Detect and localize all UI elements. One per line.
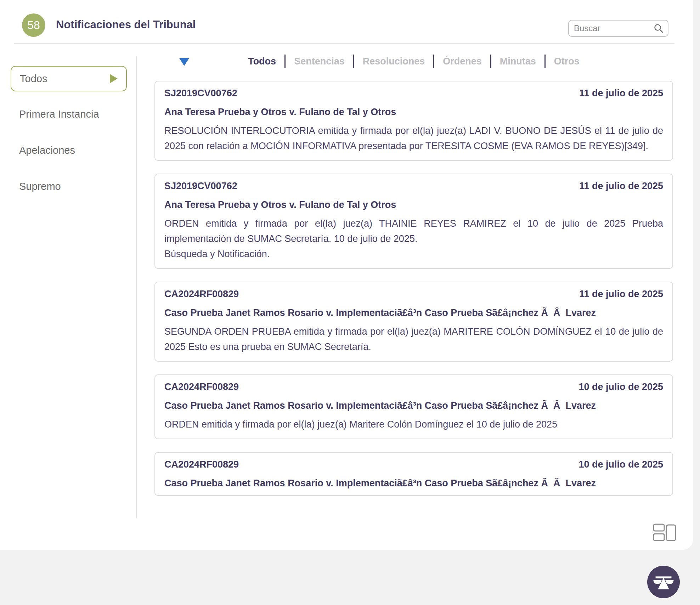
- card-header: SJ2019CV00762 11 de julio de 2025: [164, 181, 663, 192]
- notification-text: RESOLUCIÓN INTERLOCUTORIA emitida y firm…: [164, 123, 663, 154]
- tab-minutas[interactable]: Minutas: [500, 56, 536, 67]
- notification-card[interactable]: SJ2019CV00762 11 de julio de 2025 Ana Te…: [154, 81, 673, 161]
- search-input[interactable]: [573, 23, 654, 34]
- tab-sentencias[interactable]: Sentencias: [294, 56, 345, 67]
- case-title: Caso Prueba Janet Ramos Rosario v. Imple…: [164, 400, 663, 411]
- sidebar-item-apelaciones[interactable]: Apelaciones: [19, 145, 75, 156]
- main-content: Todos Sentencias Resoluciones Órdenes Mi…: [154, 50, 673, 518]
- tab-separator: [353, 55, 354, 68]
- case-number: SJ2019CV00762: [164, 88, 237, 99]
- sidebar-item-supremo[interactable]: Supremo: [19, 181, 61, 192]
- app-window: 58 Notificaciones del Tribunal Todos Pri…: [0, 0, 700, 605]
- notification-card[interactable]: CA2024RF00829 11 de julio de 2025 Caso P…: [154, 282, 673, 362]
- tab-todos[interactable]: Todos: [248, 56, 276, 67]
- notification-card[interactable]: CA2024RF00829 10 de julio de 2025 Caso P…: [154, 374, 673, 439]
- notification-card[interactable]: SJ2019CV00762 11 de julio de 2025 Ana Te…: [154, 174, 673, 269]
- notification-card[interactable]: CA2024RF00829 10 de julio de 2025 Caso P…: [154, 452, 673, 496]
- scales-of-justice-icon: [651, 570, 676, 594]
- card-header: CA2024RF00829 11 de julio de 2025: [164, 289, 663, 300]
- tab-separator: [490, 55, 491, 68]
- case-number: CA2024RF00829: [164, 289, 239, 300]
- card-header: SJ2019CV00762 11 de julio de 2025: [164, 88, 663, 99]
- header-divider: [14, 43, 674, 44]
- case-number: CA2024RF00829: [164, 459, 239, 470]
- card-header: CA2024RF00829 10 de julio de 2025: [164, 459, 663, 470]
- case-title: Caso Prueba Janet Ramos Rosario v. Imple…: [164, 307, 663, 318]
- case-title: Ana Teresa Prueba y Otros v. Fulano de T…: [164, 107, 663, 118]
- tab-otros[interactable]: Otros: [554, 56, 580, 67]
- tab-separator: [433, 55, 434, 68]
- notification-date: 10 de julio de 2025: [578, 459, 663, 470]
- sidebar-item-todos[interactable]: Todos: [11, 66, 127, 91]
- filter-tabs: Todos Sentencias Resoluciones Órdenes Mi…: [154, 55, 673, 68]
- card-header: CA2024RF00829 10 de julio de 2025: [164, 381, 663, 392]
- layout-toggle-icon[interactable]: [653, 524, 676, 543]
- notification-count-badge: 58: [22, 13, 45, 37]
- notification-text: ORDEN emitida y firmada por el(la) juez(…: [164, 216, 663, 262]
- notification-date: 11 de julio de 2025: [579, 88, 663, 99]
- sidebar-item-primera-instancia[interactable]: Primera Instancia: [19, 108, 99, 120]
- case-number: CA2024RF00829: [164, 381, 239, 392]
- case-title: Caso Prueba Janet Ramos Rosario v. Imple…: [164, 478, 663, 489]
- notification-date: 11 de julio de 2025: [579, 289, 663, 300]
- sidebar-divider: [136, 56, 137, 518]
- sidebar-item-label: Todos: [20, 73, 110, 85]
- scales-of-justice-fab[interactable]: [647, 566, 680, 598]
- case-number: SJ2019CV00762: [164, 181, 237, 192]
- notification-list: SJ2019CV00762 11 de julio de 2025 Ana Te…: [154, 81, 673, 518]
- triangle-right-icon: [110, 74, 118, 83]
- main-panel: 58 Notificaciones del Tribunal Todos Pri…: [0, 0, 693, 550]
- search-box[interactable]: [568, 20, 668, 37]
- notification-text: SEGUNDA ORDEN PRUEBA emitida y firmada p…: [164, 324, 663, 355]
- tab-separator: [544, 55, 546, 68]
- case-title: Ana Teresa Prueba y Otros v. Fulano de T…: [164, 199, 663, 210]
- notification-date: 10 de julio de 2025: [578, 381, 663, 392]
- tab-separator: [284, 55, 286, 68]
- tab-ordenes[interactable]: Órdenes: [443, 56, 482, 67]
- page-title: Notificaciones del Tribunal: [56, 18, 196, 31]
- notification-date: 11 de julio de 2025: [579, 181, 663, 192]
- tab-resoluciones[interactable]: Resoluciones: [363, 56, 425, 67]
- search-icon[interactable]: [654, 23, 664, 33]
- notification-text: ORDEN emitida y firmada por el(la) juez(…: [164, 417, 663, 432]
